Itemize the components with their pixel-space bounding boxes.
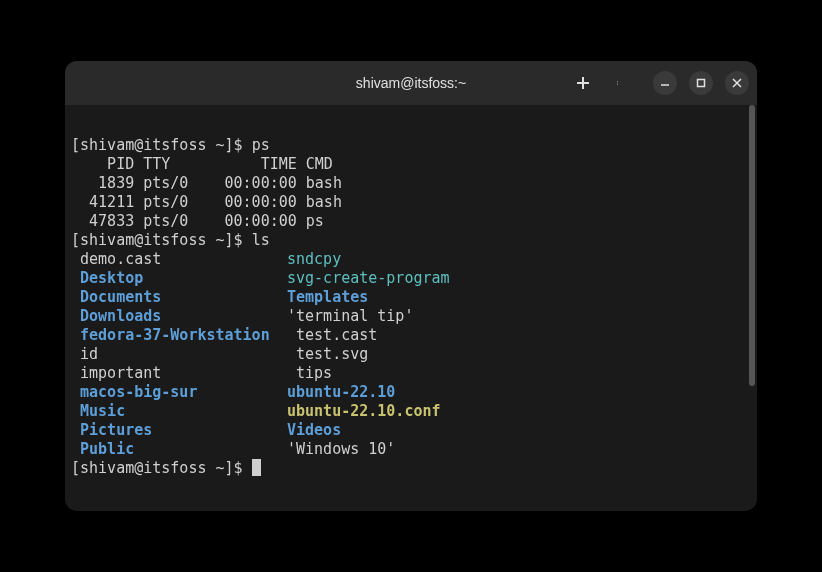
maximize-button[interactable] (689, 71, 713, 95)
window-controls (653, 71, 749, 95)
ps-header: PID TTY TIME CMD (71, 155, 333, 173)
ls-entry: tips (287, 364, 751, 383)
minimize-icon (660, 78, 670, 88)
ls-entry: Pictures (71, 421, 287, 440)
menu-button[interactable] (609, 73, 629, 93)
ls-entry: id (71, 345, 287, 364)
ls-entry: test.svg (287, 345, 751, 364)
minimize-button[interactable] (653, 71, 677, 95)
ls-entry: fedora-37-Workstation (71, 326, 287, 345)
ls-entry: Documents (71, 288, 287, 307)
ls-entry: Downloads (71, 307, 287, 326)
ls-entry: Templates (287, 288, 751, 307)
ls-entry: demo.cast (71, 250, 287, 269)
command-ls: ls (252, 231, 270, 249)
kebab-icon (617, 75, 621, 91)
ps-row: 41211 pts/0 00:00:00 bash (71, 193, 342, 211)
ps-row: 1839 pts/0 00:00:00 bash (71, 174, 342, 192)
ls-entry: ubuntu-22.10 (287, 383, 751, 402)
prompt: [shivam@itsfoss ~]$ (71, 231, 252, 249)
ls-entry: test.cast (287, 326, 751, 345)
terminal-body[interactable]: [shivam@itsfoss ~]$ ps PID TTY TIME CMD … (65, 105, 757, 511)
ls-entry: important (71, 364, 287, 383)
terminal-window: shivam@itsfoss:~ [shivam@itsfoss ~]$ (65, 61, 757, 511)
prompt: [shivam@itsfoss ~]$ (71, 459, 252, 477)
ls-entry: 'terminal tip' (287, 307, 751, 326)
scrollbar-thumb[interactable] (749, 105, 755, 386)
new-tab-button[interactable] (573, 73, 593, 93)
ls-entry: Music (71, 402, 287, 421)
cursor (252, 459, 261, 476)
ls-entry: Public (71, 440, 287, 459)
svg-rect-3 (698, 80, 705, 87)
titlebar-actions (573, 71, 749, 95)
ls-entry: svg-create-program (287, 269, 751, 288)
svg-point-1 (617, 83, 618, 84)
ls-entry: Desktop (71, 269, 287, 288)
svg-point-2 (617, 84, 618, 85)
maximize-icon (696, 78, 706, 88)
prompt: [shivam@itsfoss ~]$ (71, 136, 252, 154)
plus-icon (575, 75, 591, 91)
ls-entry: ubuntu-22.10.conf (287, 402, 751, 421)
ls-output: demo.castsndcpy Desktopsvg-create-progra… (71, 250, 751, 459)
titlebar: shivam@itsfoss:~ (65, 61, 757, 105)
command-ps: ps (252, 136, 270, 154)
close-icon (732, 78, 742, 88)
window-title: shivam@itsfoss:~ (356, 75, 466, 91)
scrollbar[interactable] (747, 105, 755, 507)
ls-entry: Videos (287, 421, 751, 440)
close-button[interactable] (725, 71, 749, 95)
svg-point-0 (617, 81, 618, 82)
ls-entry: sndcpy (287, 250, 751, 269)
ls-entry: macos-big-sur (71, 383, 287, 402)
ls-entry: 'Windows 10' (287, 440, 751, 459)
ps-row: 47833 pts/0 00:00:00 ps (71, 212, 324, 230)
